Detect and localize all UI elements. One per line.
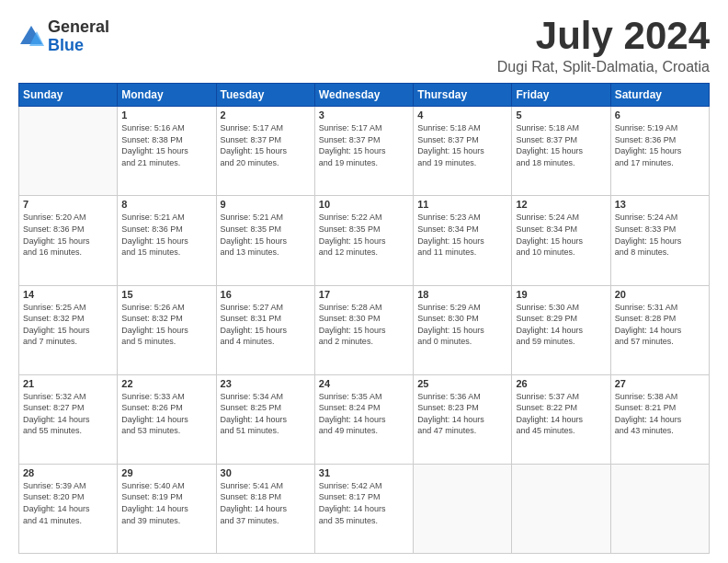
day-info: Sunrise: 5:42 AM Sunset: 8:17 PM Dayligh… (319, 480, 409, 526)
day-number: 21 (23, 378, 113, 389)
day-info: Sunrise: 5:18 AM Sunset: 8:37 PM Dayligh… (417, 122, 507, 168)
table-row (19, 107, 118, 196)
title-block: July 2024 Dugi Rat, Split-Dalmatia, Croa… (497, 15, 710, 75)
table-row: 1Sunrise: 5:16 AM Sunset: 8:38 PM Daylig… (118, 107, 216, 196)
day-number: 29 (121, 467, 211, 478)
table-row: 31Sunrise: 5:42 AM Sunset: 8:17 PM Dayli… (314, 464, 413, 553)
calendar-header-row: Sunday Monday Tuesday Wednesday Thursday… (19, 84, 710, 107)
logo-general: General (48, 18, 109, 37)
table-row: 9Sunrise: 5:21 AM Sunset: 8:35 PM Daylig… (216, 196, 314, 285)
day-info: Sunrise: 5:20 AM Sunset: 8:36 PM Dayligh… (23, 212, 113, 258)
day-number: 20 (615, 289, 705, 300)
day-number: 7 (23, 199, 113, 210)
table-row: 4Sunrise: 5:18 AM Sunset: 8:37 PM Daylig… (414, 107, 512, 196)
col-tuesday: Tuesday (216, 84, 314, 107)
day-info: Sunrise: 5:28 AM Sunset: 8:30 PM Dayligh… (319, 302, 409, 348)
day-number: 19 (516, 289, 606, 300)
day-number: 9 (221, 199, 311, 210)
logo-blue: Blue (48, 37, 109, 55)
day-number: 31 (319, 467, 409, 478)
day-number: 30 (221, 467, 311, 478)
day-number: 23 (221, 378, 311, 389)
table-row: 11Sunrise: 5:23 AM Sunset: 8:34 PM Dayli… (414, 196, 512, 285)
table-row (414, 464, 512, 553)
table-row: 29Sunrise: 5:40 AM Sunset: 8:19 PM Dayli… (118, 464, 216, 553)
table-row: 17Sunrise: 5:28 AM Sunset: 8:30 PM Dayli… (314, 285, 413, 374)
day-number: 26 (516, 378, 606, 389)
table-row: 30Sunrise: 5:41 AM Sunset: 8:18 PM Dayli… (216, 464, 314, 553)
day-info: Sunrise: 5:40 AM Sunset: 8:19 PM Dayligh… (121, 480, 211, 526)
day-info: Sunrise: 5:16 AM Sunset: 8:38 PM Dayligh… (121, 122, 211, 168)
day-number: 8 (121, 199, 211, 210)
subtitle: Dugi Rat, Split-Dalmatia, Croatia (497, 59, 710, 75)
day-info: Sunrise: 5:19 AM Sunset: 8:36 PM Dayligh… (615, 122, 705, 168)
calendar: Sunday Monday Tuesday Wednesday Thursday… (18, 83, 710, 554)
main-title: July 2024 (497, 15, 710, 57)
day-info: Sunrise: 5:32 AM Sunset: 8:27 PM Dayligh… (23, 391, 113, 437)
table-row: 22Sunrise: 5:33 AM Sunset: 8:26 PM Dayli… (118, 374, 216, 464)
logo: General Blue (18, 18, 109, 55)
day-info: Sunrise: 5:37 AM Sunset: 8:22 PM Dayligh… (516, 391, 606, 437)
day-number: 27 (615, 378, 705, 389)
day-info: Sunrise: 5:35 AM Sunset: 8:24 PM Dayligh… (319, 391, 409, 437)
day-info: Sunrise: 5:33 AM Sunset: 8:26 PM Dayligh… (121, 391, 211, 437)
day-info: Sunrise: 5:36 AM Sunset: 8:23 PM Dayligh… (417, 391, 507, 437)
day-info: Sunrise: 5:21 AM Sunset: 8:35 PM Dayligh… (221, 212, 311, 258)
table-row: 2Sunrise: 5:17 AM Sunset: 8:37 PM Daylig… (216, 107, 314, 196)
table-row: 18Sunrise: 5:29 AM Sunset: 8:30 PM Dayli… (414, 285, 512, 374)
table-row: 23Sunrise: 5:34 AM Sunset: 8:25 PM Dayli… (216, 374, 314, 464)
day-number: 2 (221, 109, 311, 121)
day-info: Sunrise: 5:17 AM Sunset: 8:37 PM Dayligh… (221, 122, 311, 168)
col-wednesday: Wednesday (314, 84, 413, 107)
table-row: 12Sunrise: 5:24 AM Sunset: 8:34 PM Dayli… (512, 196, 610, 285)
day-number: 3 (319, 109, 409, 121)
day-number: 16 (221, 289, 311, 300)
table-row: 10Sunrise: 5:22 AM Sunset: 8:35 PM Dayli… (314, 196, 413, 285)
table-row: 26Sunrise: 5:37 AM Sunset: 8:22 PM Dayli… (512, 374, 610, 464)
table-row: 16Sunrise: 5:27 AM Sunset: 8:31 PM Dayli… (216, 285, 314, 374)
table-row (610, 464, 709, 553)
day-info: Sunrise: 5:24 AM Sunset: 8:33 PM Dayligh… (615, 212, 705, 258)
table-row: 27Sunrise: 5:38 AM Sunset: 8:21 PM Dayli… (610, 374, 709, 464)
day-info: Sunrise: 5:39 AM Sunset: 8:20 PM Dayligh… (23, 480, 113, 526)
day-info: Sunrise: 5:21 AM Sunset: 8:36 PM Dayligh… (121, 212, 211, 258)
day-number: 4 (417, 109, 507, 121)
day-info: Sunrise: 5:38 AM Sunset: 8:21 PM Dayligh… (615, 391, 705, 437)
day-number: 13 (615, 199, 705, 210)
day-number: 25 (417, 378, 507, 389)
day-info: Sunrise: 5:23 AM Sunset: 8:34 PM Dayligh… (417, 212, 507, 258)
day-info: Sunrise: 5:29 AM Sunset: 8:30 PM Dayligh… (417, 302, 507, 348)
day-number: 18 (417, 289, 507, 300)
day-info: Sunrise: 5:24 AM Sunset: 8:34 PM Dayligh… (516, 212, 606, 258)
logo-text: General Blue (48, 18, 109, 55)
table-row: 8Sunrise: 5:21 AM Sunset: 8:36 PM Daylig… (118, 196, 216, 285)
page: General Blue July 2024 Dugi Rat, Split-D… (0, 0, 728, 563)
col-friday: Friday (512, 84, 610, 107)
day-info: Sunrise: 5:34 AM Sunset: 8:25 PM Dayligh… (221, 391, 311, 437)
table-row: 5Sunrise: 5:18 AM Sunset: 8:37 PM Daylig… (512, 107, 610, 196)
table-row (512, 464, 610, 553)
col-sunday: Sunday (19, 84, 118, 107)
table-row: 19Sunrise: 5:30 AM Sunset: 8:29 PM Dayli… (512, 285, 610, 374)
day-number: 15 (121, 289, 211, 300)
table-row: 21Sunrise: 5:32 AM Sunset: 8:27 PM Dayli… (19, 374, 118, 464)
day-number: 11 (417, 199, 507, 210)
day-info: Sunrise: 5:30 AM Sunset: 8:29 PM Dayligh… (516, 302, 606, 348)
day-number: 10 (319, 199, 409, 210)
day-info: Sunrise: 5:18 AM Sunset: 8:37 PM Dayligh… (516, 122, 606, 168)
day-info: Sunrise: 5:27 AM Sunset: 8:31 PM Dayligh… (221, 302, 311, 348)
day-info: Sunrise: 5:26 AM Sunset: 8:32 PM Dayligh… (121, 302, 211, 348)
table-row: 24Sunrise: 5:35 AM Sunset: 8:24 PM Dayli… (314, 374, 413, 464)
logo-icon (18, 24, 44, 50)
table-row: 7Sunrise: 5:20 AM Sunset: 8:36 PM Daylig… (19, 196, 118, 285)
day-number: 28 (23, 467, 113, 478)
day-number: 22 (121, 378, 211, 389)
day-number: 24 (319, 378, 409, 389)
day-info: Sunrise: 5:31 AM Sunset: 8:28 PM Dayligh… (615, 302, 705, 348)
day-number: 1 (121, 109, 211, 121)
col-thursday: Thursday (414, 84, 512, 107)
table-row: 6Sunrise: 5:19 AM Sunset: 8:36 PM Daylig… (610, 107, 709, 196)
table-row: 15Sunrise: 5:26 AM Sunset: 8:32 PM Dayli… (118, 285, 216, 374)
day-number: 12 (516, 199, 606, 210)
header: General Blue July 2024 Dugi Rat, Split-D… (18, 15, 710, 75)
